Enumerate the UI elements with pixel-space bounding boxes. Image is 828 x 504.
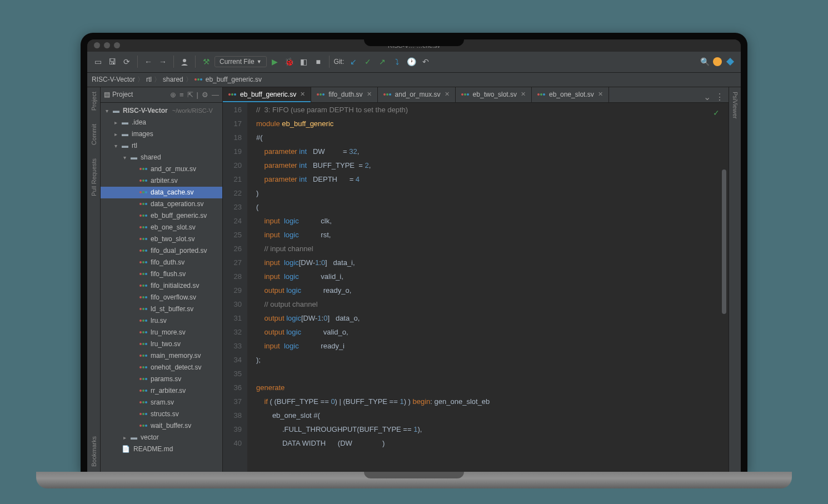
editor-tab[interactable]: and_or_mux.sv✕ [378,87,456,102]
tree-file[interactable]: ld_st_buffer.sv [101,303,222,315]
coverage-button[interactable]: ◧ [298,56,310,68]
tree-folder[interactable]: ▾▬shared [101,152,222,163]
project-panel-icon: ▤ [104,91,110,98]
user-badge[interactable] [713,57,722,66]
breadcrumb-item[interactable]: shared [163,76,183,83]
tree-file[interactable]: fifo_duth.sv [101,257,222,268]
tree-folder[interactable]: ▸▬vector [101,432,222,443]
chevron-down-icon[interactable]: ⌄ [704,92,711,102]
tree-file[interactable]: onehot_detect.sv [101,362,222,373]
user-icon[interactable] [178,56,191,68]
code-editor[interactable]: 1617181920212223242526272829303132333435… [223,103,729,472]
tree-file[interactable]: sram.sv [101,397,222,408]
line-gutter: 1617181920212223242526272829303132333435… [223,103,247,472]
tree-root[interactable]: ▾▬RISC-V-Vector~/work/RISC-V [101,105,222,117]
search-icon[interactable]: 🔍 [699,56,711,68]
tree-file[interactable]: and_or_mux.sv [101,163,222,175]
chevron-down-icon: ▼ [257,59,262,64]
save-all-icon[interactable]: 🖫 [106,56,118,68]
editor-tabbar: eb_buff_generic.sv✕fifo_duth.sv✕and_or_m… [223,87,729,103]
tree-file[interactable]: structs.sv [101,408,222,420]
git-pull-icon[interactable]: ↙ [347,56,360,68]
git-revert-icon[interactable]: ↶ [420,56,432,68]
editor-tab[interactable]: eb_buff_generic.sv✕ [223,87,311,102]
tree-file[interactable]: lru.sv [101,315,222,327]
breadcrumb[interactable]: RISC-V-Vector〉 rtl〉 shared〉 eb_buff_gene… [87,73,741,87]
tree-file[interactable]: fifo_flush.sv [101,268,222,280]
run-config-label: Current File [220,58,255,66]
breadcrumb-item[interactable]: RISC-V-Vector [92,76,135,83]
target-icon[interactable]: ⊕ [170,91,176,99]
more-icon[interactable]: ⋮ [715,92,724,102]
open-icon[interactable]: ▭ [92,56,104,68]
git-label: Git: [334,58,345,66]
project-panel: ▤ Project ⊕ ≡ ⇱ | ⚙ — ▾▬RISC-V-Vector~/w… [101,87,223,472]
minimize-icon[interactable]: — [212,91,219,99]
close-icon[interactable]: ✕ [300,91,305,98]
gear-icon[interactable]: ⚙ [202,91,208,99]
debug-button[interactable]: 🐞 [283,56,296,68]
run-config-select[interactable]: Current File ▼ [215,56,267,67]
project-panel-title: Project [112,91,133,98]
git-commit-icon[interactable]: ✓ [362,56,374,68]
editor-tab[interactable]: eb_two_slot.sv✕ [456,87,532,102]
ide-logo-icon[interactable] [724,56,736,68]
traffic-lights[interactable] [94,42,120,48]
tree-file[interactable]: params.sv [101,373,222,385]
tree-file[interactable]: eb_buff_generic.sv [101,210,222,222]
run-button[interactable]: ▶ [269,56,281,68]
close-icon[interactable]: ✕ [598,91,603,98]
left-tool-strip: Project Commit Pull Requests Bookmarks [87,87,101,472]
editor-tab[interactable]: eb_one_slot.sv✕ [532,87,609,102]
tool-bookmarks[interactable]: Bookmarks [91,436,97,467]
tree-file[interactable]: eb_one_slot.sv [101,222,222,233]
tree-file[interactable]: 📄README.md [101,443,222,455]
tree-file[interactable]: lru_two.sv [101,338,222,350]
tree-file[interactable]: rr_arbiter.sv [101,385,222,397]
git-history-icon[interactable]: 🕐 [405,56,417,68]
tree-file[interactable]: eb_two_slot.sv [101,233,222,245]
tool-psiviewer[interactable]: PsiViewer [732,92,739,119]
stop-button[interactable]: ■ [312,56,325,68]
editor-tab[interactable]: fifo_duth.sv✕ [311,87,377,102]
tool-project[interactable]: Project [91,92,97,111]
vertical-scrollbar[interactable] [722,169,726,314]
tree-file[interactable]: data_cache.sv [101,187,222,198]
analysis-ok-icon[interactable]: ✓ [713,106,720,120]
forward-button[interactable]: → [157,56,169,68]
tree-file[interactable]: main_memory.sv [101,350,222,362]
tree-folder[interactable]: ▸▬.idea [101,117,222,128]
tree-file[interactable]: data_operation.sv [101,198,222,210]
tree-folder[interactable]: ▾▬rtl [101,140,222,152]
git-update-icon[interactable]: ⤵ [391,56,403,68]
main-toolbar: ▭ 🖫 ⟳ ← → ⚒ Current File ▼ ▶ 🐞 ◧ ■ Git: … [87,52,741,73]
expand-icon[interactable]: ≡ [179,91,184,99]
back-button[interactable]: ← [142,56,154,68]
collapse-icon[interactable]: ⇱ [187,91,193,99]
close-icon[interactable]: ✕ [445,91,450,98]
tree-folder[interactable]: ▸▬images [101,128,222,140]
close-icon[interactable]: ✕ [367,91,372,98]
tree-file[interactable]: wait_buffer.sv [101,420,222,432]
tool-pull-requests[interactable]: Pull Requests [91,158,97,196]
project-tree[interactable]: ▾▬RISC-V-Vector~/work/RISC-V▸▬.idea▸▬ima… [101,103,222,472]
tree-file[interactable]: fifo_dual_ported.sv [101,245,222,257]
breadcrumb-item[interactable]: rtl [146,76,152,83]
breadcrumb-item[interactable]: eb_buff_generic.sv [206,76,262,83]
sync-icon[interactable]: ⟳ [121,56,133,68]
sv-file-icon [228,93,236,96]
tool-commit[interactable]: Commit [91,124,97,145]
code-content[interactable]: // 3: FIFO (use param DEPTH to set the d… [247,103,729,472]
close-icon[interactable]: ✕ [521,91,526,98]
tree-file[interactable]: fifo_overflow.sv [101,292,222,303]
tree-file[interactable]: fifo_initialized.sv [101,280,222,292]
sv-file-icon [383,93,391,96]
sv-file-icon [317,93,325,96]
tree-file[interactable]: lru_more.sv [101,327,222,338]
svg-point-0 [183,59,186,62]
tree-file[interactable]: arbiter.sv [101,175,222,187]
sv-file-icon [537,93,545,96]
git-push-icon[interactable]: ↗ [376,56,388,68]
build-icon[interactable]: ⚒ [200,56,212,68]
divider: | [197,91,198,99]
